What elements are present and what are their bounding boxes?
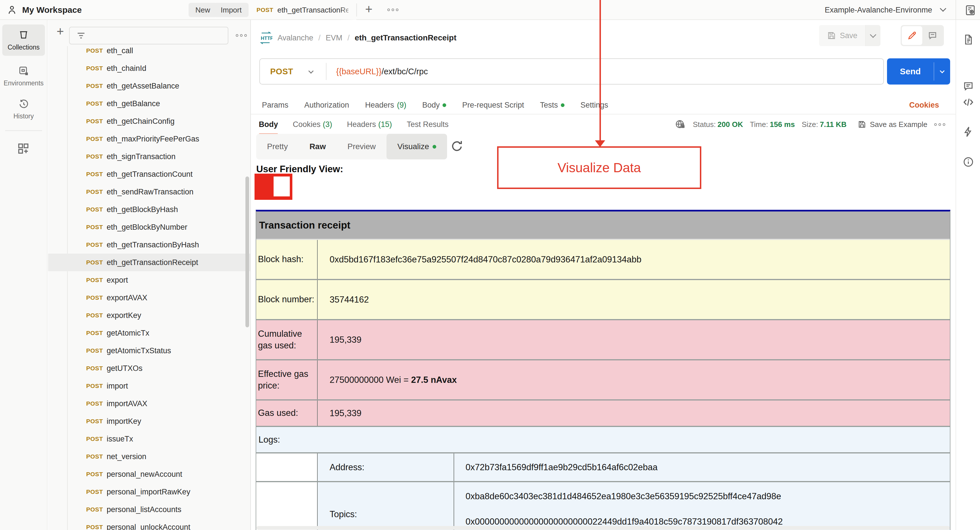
tab-label: Params	[262, 101, 288, 110]
add-request-button[interactable]: +	[57, 25, 64, 38]
request-list-item[interactable]: POST personal_unlockAccount	[48, 518, 251, 530]
request-list-item[interactable]: POST eth_getChainConfig	[48, 112, 251, 130]
save-label: Save	[840, 31, 858, 40]
request-list-item[interactable]: POST getAtomicTx	[48, 324, 251, 342]
request-tab-item[interactable]: Params	[262, 101, 288, 110]
cookies-link[interactable]: Cookies	[909, 96, 939, 114]
request-list-item[interactable]: POST importKey	[48, 412, 251, 430]
request-list-item[interactable]: POST personal_importRawKey	[48, 483, 251, 501]
request-list-item[interactable]: POST personal_newAccount	[48, 465, 251, 483]
request-list-item[interactable]: POST eth_getBlockByHash	[48, 201, 251, 218]
request-tab-item[interactable]: Headers (9)	[365, 101, 406, 110]
request-list-item[interactable]: POST eth_getTransactionReceipt	[48, 254, 251, 271]
request-list-item[interactable]: POST personal_listAccounts	[48, 501, 251, 518]
response-tabs: Body Cookies (3) Headers (15) Test Resul…	[259, 117, 449, 131]
request-tab-item[interactable]: Authorization	[304, 101, 349, 110]
request-list-item[interactable]: POST eth_getTransactionByHash	[48, 236, 251, 254]
sidebar-options-icon[interactable]	[236, 34, 247, 37]
request-name: eth_signTransaction	[107, 152, 175, 161]
method-select[interactable]: POST	[270, 67, 293, 76]
request-name: personal_importRawKey	[107, 488, 190, 496]
method-chevron-icon[interactable]	[309, 69, 313, 74]
workspace-title[interactable]: My Workspace	[22, 5, 82, 15]
method-badge: POST	[86, 153, 102, 160]
sidebar-scrollbar[interactable]	[245, 177, 249, 327]
user-friendly-view-checkbox[interactable]	[255, 174, 292, 200]
comments-toggle-button[interactable]	[922, 26, 943, 45]
request-tab-item[interactable]: Pre-request Script	[462, 101, 524, 110]
response-view-tab[interactable]: Raw	[299, 134, 337, 160]
request-tab-item[interactable]: Settings	[581, 101, 608, 110]
lightning-icon[interactable]	[963, 126, 974, 138]
response-view-tab[interactable]: Pretty	[256, 134, 299, 160]
breadcrumb-separator: /	[347, 34, 350, 42]
rail-label: Collections	[8, 43, 40, 51]
edit-pencil-button[interactable]	[902, 26, 922, 45]
response-tab-item[interactable]: Test Results	[407, 117, 449, 131]
request-list-item[interactable]: POST eth_maxPriorityFeePerGas	[48, 130, 251, 148]
request-name: eth_getBlockByHash	[107, 205, 178, 214]
request-list-item[interactable]: POST eth_getBalance	[48, 95, 251, 112]
code-icon[interactable]	[963, 96, 974, 108]
method-badge: POST	[86, 65, 102, 72]
request-tab-item[interactable]: Body	[422, 101, 447, 110]
request-list-item[interactable]: POST eth_signTransaction	[48, 148, 251, 165]
horizontal-scrollbar[interactable]	[256, 526, 950, 530]
url-variable: {{baseURL}}	[336, 67, 382, 76]
info-icon[interactable]	[963, 156, 974, 168]
request-list-item[interactable]: POST eth_sendRawTransaction	[48, 183, 251, 201]
sidebar-item-environments[interactable]: Environments	[2, 60, 45, 92]
new-tab-button[interactable]: +	[365, 3, 372, 15]
method-badge: POST	[86, 436, 102, 442]
comment-icon[interactable]	[963, 80, 974, 92]
request-list-item[interactable]: POST getUTXOs	[48, 359, 251, 377]
table-row-effective-gas-price: Effective gas price: 27500000000 Wei = 2…	[256, 360, 950, 401]
request-list-item[interactable]: POST exportAVAX	[48, 289, 251, 307]
request-name: exportAVAX	[107, 294, 147, 302]
send-options-icon[interactable]	[934, 58, 950, 85]
sidebar-item-collections[interactable]: Collections	[2, 24, 45, 56]
breadcrumb-folder[interactable]: EVM	[326, 34, 342, 42]
request-list-item[interactable]: POST importAVAX	[48, 395, 251, 412]
environment-selector[interactable]: Example-Avalanche-Environme	[825, 0, 932, 20]
request-list-item[interactable]: POST issueTx	[48, 430, 251, 448]
request-list-item[interactable]: POST eth_getAssetBalance	[48, 77, 251, 95]
request-list-item[interactable]: POST eth_call	[48, 42, 251, 59]
request-list-item[interactable]: POST getAtomicTxStatus	[48, 342, 251, 359]
response-tab-item[interactable]: Body	[259, 117, 278, 131]
sidebar-item-history[interactable]: History	[2, 93, 45, 125]
breadcrumb-collection[interactable]: Avalanche	[278, 34, 313, 42]
url-input[interactable]: {{baseURL}}/ext/bc/C/rpc	[336, 67, 428, 76]
response-options-icon[interactable]	[934, 123, 945, 126]
request-list-item[interactable]: POST import	[48, 377, 251, 395]
refresh-icon[interactable]	[450, 139, 464, 153]
response-view-tab[interactable]: Preview	[337, 134, 387, 160]
response-tab-item[interactable]: Cookies (3)	[293, 117, 332, 131]
save-as-example-button[interactable]: Save as Example	[858, 120, 928, 129]
request-list-item[interactable]: POST eth_chainId	[48, 59, 251, 77]
request-list-item[interactable]: POST eth_getTransactionCount	[48, 165, 251, 183]
network-icon[interactable]	[675, 119, 686, 130]
more-tools-icon[interactable]	[16, 142, 30, 155]
tab-options-icon[interactable]	[387, 8, 398, 11]
request-tab-item[interactable]: Tests	[540, 101, 565, 110]
request-name: personal_newAccount	[107, 470, 182, 479]
request-list-item[interactable]: POST net_version	[48, 448, 251, 465]
chevron-down-icon[interactable]	[940, 5, 947, 12]
documentation-icon[interactable]	[963, 34, 974, 46]
row-label: Address:	[318, 453, 454, 481]
save-button[interactable]: Save	[819, 25, 880, 46]
send-button[interactable]: Send	[887, 58, 950, 85]
collections-sidebar: + POST eth_call POST eth_chainId	[48, 20, 251, 530]
new-button[interactable]: New	[189, 3, 217, 17]
response-view-tab[interactable]: Visualize	[387, 134, 447, 160]
import-button[interactable]: Import	[214, 3, 248, 17]
environment-quick-look-icon[interactable]	[964, 4, 977, 16]
save-options-button[interactable]	[865, 25, 880, 46]
request-list-item[interactable]: POST export	[48, 271, 251, 289]
request-list-item[interactable]: POST exportKey	[48, 307, 251, 324]
response-tab-item[interactable]: Headers (15)	[347, 117, 392, 131]
request-tab[interactable]: POST eth_getTransactionRece	[250, 0, 356, 20]
request-list-item[interactable]: POST eth_getBlockByNumber	[48, 218, 251, 236]
user-icon[interactable]	[6, 4, 18, 16]
